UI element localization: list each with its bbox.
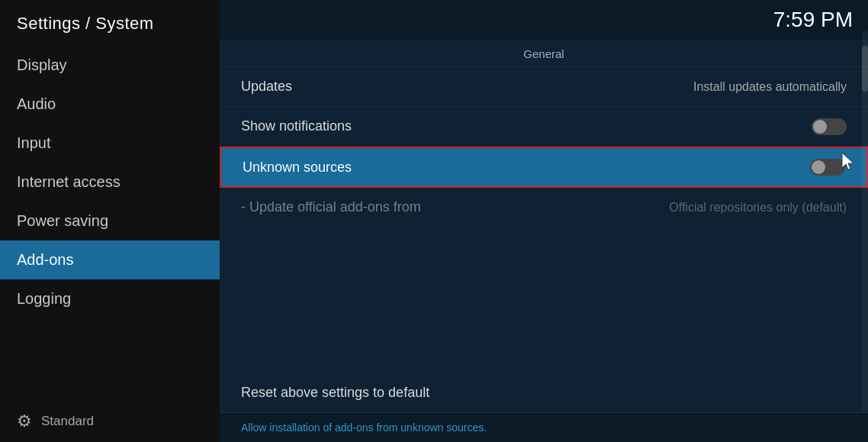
scrollbar-track[interactable] — [862, 31, 868, 411]
sidebar-item-logging[interactable]: Logging — [0, 279, 220, 318]
status-bar: Allow installation of add-ons from unkno… — [220, 412, 868, 442]
setting-value-update-addons: Official repositories only (default) — [669, 201, 847, 215]
section-header: General — [220, 40, 868, 67]
sidebar-item-add-ons[interactable]: Add-ons — [0, 240, 220, 279]
settings-list: UpdatesInstall updates automaticallyShow… — [220, 67, 868, 373]
content-area: General UpdatesInstall updates automatic… — [220, 40, 868, 412]
reset-label: Reset above settings to default — [241, 385, 429, 401]
setting-label-unknown-sources: Unknown sources — [243, 160, 352, 176]
sidebar-nav: DisplayAudioInputInternet accessPower sa… — [0, 46, 220, 401]
toggle-unknown-sources[interactable] — [810, 159, 845, 176]
gear-icon: ⚙ — [17, 411, 32, 431]
sidebar: Settings / System DisplayAudioInputInter… — [0, 0, 220, 442]
toggle-show-notifications[interactable] — [812, 118, 847, 135]
setting-value-updates: Install updates automatically — [693, 80, 847, 94]
setting-row-updates[interactable]: UpdatesInstall updates automatically — [220, 67, 868, 107]
main-content: 7:59 PM General UpdatesInstall updates a… — [220, 0, 868, 442]
setting-row-show-notifications[interactable]: Show notifications — [220, 107, 868, 147]
setting-row-unknown-sources[interactable]: Unknown sources — [220, 147, 868, 188]
clock: 7:59 PM — [773, 8, 853, 32]
setting-row-update-addons[interactable]: - Update official add-ons fromOfficial r… — [220, 188, 868, 227]
sidebar-header: Settings / System — [0, 0, 220, 46]
sidebar-item-power-saving[interactable]: Power saving — [0, 202, 220, 240]
reset-row[interactable]: Reset above settings to default — [220, 373, 868, 412]
setting-label-show-notifications: Show notifications — [241, 118, 352, 134]
footer-label: Standard — [41, 414, 94, 429]
setting-label-updates: Updates — [241, 79, 292, 95]
status-text: Allow installation of add-ons from unkno… — [241, 421, 487, 434]
sidebar-item-input[interactable]: Input — [0, 124, 220, 163]
sidebar-item-audio[interactable]: Audio — [0, 85, 220, 124]
app-container: Settings / System DisplayAudioInputInter… — [0, 0, 868, 442]
sidebar-item-internet-access[interactable]: Internet access — [0, 163, 220, 202]
scrollbar-thumb[interactable] — [862, 46, 868, 92]
sidebar-item-display[interactable]: Display — [0, 46, 220, 85]
top-bar: 7:59 PM — [220, 0, 868, 40]
sidebar-footer[interactable]: ⚙ Standard — [0, 401, 220, 442]
setting-label-update-addons: - Update official add-ons from — [241, 199, 421, 215]
